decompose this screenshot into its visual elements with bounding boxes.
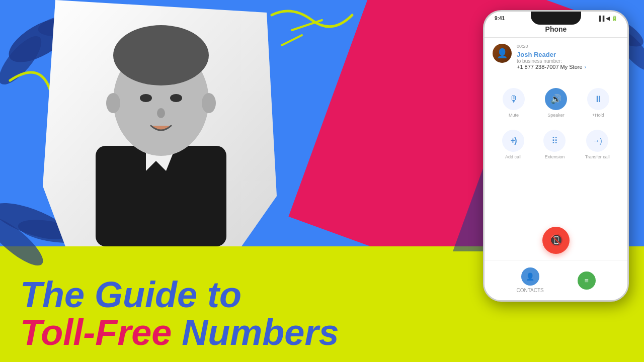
speaker-label: Speaker xyxy=(547,113,565,118)
title-container: The Guide to Toll-Free Numbers xyxy=(20,276,453,352)
svg-point-21 xyxy=(113,25,209,85)
add-call-icon: +) xyxy=(502,130,524,152)
phone-bottom-bar: 👤 CONTACTS ≡ xyxy=(485,260,627,300)
svg-point-22 xyxy=(140,94,152,102)
transfer-icon: →) xyxy=(586,130,608,152)
call-chevron-icon: › xyxy=(585,64,586,70)
status-time: 9:41 xyxy=(495,16,505,21)
status-icons: ▐▐ ◀ 🔋 xyxy=(597,16,617,21)
caller-details: 00:20 Josh Reader to business number: +1… xyxy=(517,44,619,70)
contacts-label: CONTACTS xyxy=(516,288,543,293)
contacts-icon: 👤 xyxy=(521,267,539,286)
call-timer: 00:20 xyxy=(517,44,619,49)
hold-icon: ⏸ xyxy=(587,88,609,110)
svg-point-23 xyxy=(170,94,182,102)
extension-label: Extension xyxy=(545,154,565,159)
phone-app-title: Phone xyxy=(485,23,627,37)
controls-row-2: +) Add call ⠿ Extension →) Transfer call xyxy=(493,130,619,159)
svg-point-25 xyxy=(106,93,120,113)
mute-button[interactable]: 🎙 Mute xyxy=(503,88,525,118)
hold-button[interactable]: ⏸ +Hold xyxy=(587,88,609,118)
mute-icon: 🎙 xyxy=(503,88,525,110)
phone-mockup: 9:41 ▐▐ ◀ 🔋 Phone 👤 00:20 Josh Reader to… xyxy=(483,10,629,302)
menu-button[interactable]: ≡ xyxy=(578,272,596,290)
menu-icon: ≡ xyxy=(578,272,596,290)
svg-point-24 xyxy=(157,108,165,118)
speaker-button[interactable]: 🔊 Speaker xyxy=(545,88,567,118)
svg-point-26 xyxy=(202,93,216,113)
title-line2: Toll-Free Numbers xyxy=(20,314,453,352)
mute-label: Mute xyxy=(509,113,519,118)
contacts-button[interactable]: 👤 CONTACTS xyxy=(516,267,543,293)
transfer-button[interactable]: →) Transfer call xyxy=(585,130,610,159)
call-controls: 🎙 Mute 🔊 Speaker ⏸ +Hold +) Add call xyxy=(485,76,627,165)
call-number: +1 877 238-7007 My Store › xyxy=(517,64,619,70)
call-to-label: to business number: xyxy=(517,58,619,64)
controls-row-1: 🎙 Mute 🔊 Speaker ⏸ +Hold xyxy=(493,88,619,118)
add-call-button[interactable]: +) Add call xyxy=(502,130,524,159)
caller-avatar: 👤 xyxy=(493,44,512,63)
phone-frame: 9:41 ▐▐ ◀ 🔋 Phone 👤 00:20 Josh Reader to… xyxy=(483,10,629,302)
caller-name: Josh Reader xyxy=(517,51,619,58)
speaker-icon: 🔊 xyxy=(545,88,567,110)
extension-button[interactable]: ⠿ Extension xyxy=(543,130,566,159)
person-container xyxy=(30,0,292,246)
extension-icon: ⠿ xyxy=(543,130,566,152)
transfer-label: Transfer call xyxy=(585,154,610,159)
title-toll-free: Toll-Free xyxy=(20,312,172,352)
title-numbers: Numbers xyxy=(172,312,339,352)
call-info-section: 👤 00:20 Josh Reader to business number: … xyxy=(485,38,627,76)
phone-notch xyxy=(531,12,581,25)
hold-label: +Hold xyxy=(592,113,604,118)
add-call-label: Add call xyxy=(505,154,521,159)
end-call-button[interactable]: 📵 xyxy=(542,227,570,254)
title-line1: The Guide to xyxy=(20,276,453,314)
